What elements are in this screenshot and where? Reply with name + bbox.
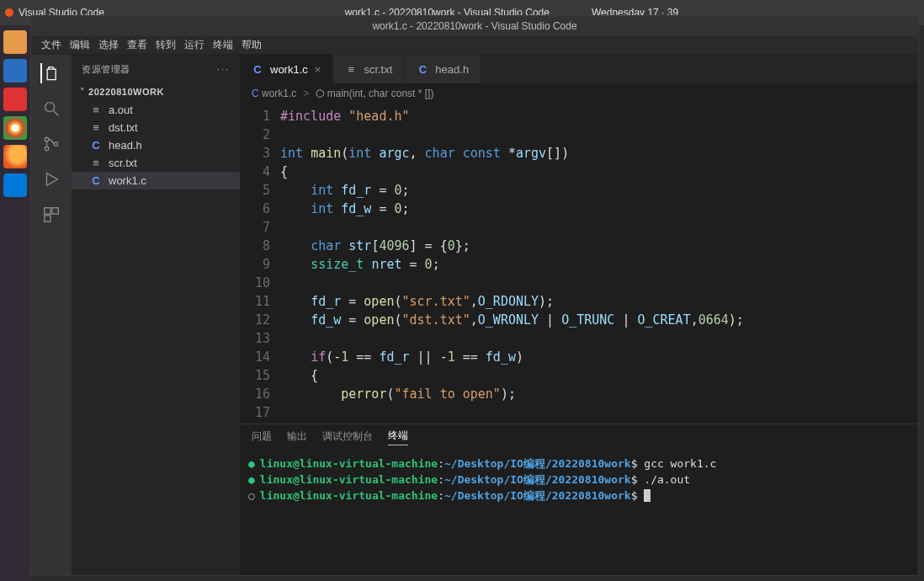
vscode-window: work1.c - 20220810work - Visual Studio C…: [30, 15, 919, 576]
editor-area: Cwork1.c×≡scr.txtChead.h C work1.c>⬡ mai…: [240, 55, 918, 575]
explorer-sidebar: 资源管理器 ··· 20220810WORK ≡a.out≡dst.txtChe…: [72, 55, 240, 575]
breadcrumb-part[interactable]: C work1.c: [252, 88, 296, 99]
terminal-line: ●linux@linux-virtual-machine:~/Desktop/I…: [248, 456, 910, 472]
chevron-right-icon: >: [301, 88, 311, 99]
tab-file-icon: C: [252, 63, 263, 76]
editor-tab[interactable]: Cwork1.c×: [240, 55, 333, 83]
breadcrumb[interactable]: C work1.c>⬡ main(int, char const * []): [240, 83, 918, 104]
tab-label: work1.c: [270, 63, 308, 76]
file-icon: ≡: [90, 157, 102, 169]
file-name: work1.c: [109, 174, 146, 187]
tab-file-icon: ≡: [345, 63, 357, 76]
dock-files-icon[interactable]: [3, 30, 27, 54]
panel-tab[interactable]: 调试控制台: [322, 429, 373, 444]
svg-rect-5: [45, 208, 50, 214]
code-body[interactable]: #include "head.h" int main(int argc, cha…: [280, 104, 744, 424]
svg-rect-6: [52, 208, 58, 214]
vscode-menubar[interactable]: 文件编辑选择查看转到运行终端帮助: [31, 36, 918, 55]
file-icon: ≡: [90, 121, 102, 134]
svg-point-3: [45, 147, 49, 151]
desktop-frame: Visual Studio Code work1.c - 20220810wor…: [0, 0, 924, 581]
panel-tab[interactable]: 问题: [252, 429, 272, 444]
menu-item[interactable]: 帮助: [238, 38, 265, 52]
terminal-line: ○linux@linux-virtual-machine:~/Desktop/I…: [248, 488, 910, 504]
file-item[interactable]: Cwork1.c: [72, 172, 240, 189]
dock-app-icon[interactable]: [3, 59, 27, 83]
file-icon: C: [90, 139, 102, 152]
breadcrumb-part[interactable]: ⬡ main(int, char const * []): [316, 88, 433, 99]
file-list: ≡a.out≡dst.txtChead.h≡scr.txtCwork1.c: [72, 101, 240, 189]
dock-app-icon[interactable]: [3, 88, 27, 111]
vscode-titlebar[interactable]: work1.c - 20220810work - Visual Studio C…: [31, 16, 918, 36]
explorer-icon[interactable]: [40, 63, 61, 83]
extensions-icon[interactable]: [41, 205, 61, 225]
svg-point-0: [45, 103, 55, 112]
menu-item[interactable]: 转到: [152, 38, 179, 52]
editor-tabs[interactable]: Cwork1.c×≡scr.txtChead.h: [240, 55, 918, 83]
editor-tab[interactable]: ≡scr.txt: [333, 55, 405, 83]
code-editor[interactable]: 1234567891011121314151617 #include "head…: [240, 104, 918, 424]
editor-tab[interactable]: Chead.h: [405, 55, 481, 83]
line-gutter: 1234567891011121314151617: [240, 104, 280, 424]
file-item[interactable]: Chead.h: [72, 136, 240, 154]
svg-rect-7: [45, 216, 50, 221]
search-icon[interactable]: [41, 99, 61, 119]
vscode-titlebar-text: work1.c - 20220810work - Visual Studio C…: [372, 20, 576, 32]
terminal-cursor: [644, 489, 651, 502]
panel-tab[interactable]: 终端: [388, 429, 408, 445]
file-item[interactable]: ≡a.out: [72, 101, 240, 119]
panel-tabs[interactable]: 问题输出调试控制台终端: [240, 424, 918, 449]
dock-vscode-icon[interactable]: [3, 173, 27, 197]
ubuntu-dock[interactable]: [0, 25, 30, 581]
tab-label: scr.txt: [364, 63, 392, 76]
menu-item[interactable]: 运行: [181, 38, 208, 52]
close-icon[interactable]: ×: [315, 63, 321, 76]
file-name: head.h: [109, 139, 142, 152]
file-name: a.out: [109, 104, 133, 116]
file-name: scr.txt: [109, 157, 137, 169]
run-debug-icon[interactable]: [41, 169, 61, 189]
file-name: dst.txt: [109, 121, 138, 134]
sidebar-title: 资源管理器: [82, 63, 130, 76]
file-icon: C: [90, 174, 102, 187]
menu-item[interactable]: 编辑: [66, 38, 93, 52]
terminal-panel[interactable]: ●linux@linux-virtual-machine:~/Desktop/I…: [240, 449, 918, 575]
file-icon: ≡: [90, 104, 102, 116]
svg-line-1: [54, 111, 59, 116]
terminal-line: ●linux@linux-virtual-machine:~/Desktop/I…: [248, 472, 910, 488]
menu-item[interactable]: 查看: [124, 38, 151, 52]
activity-bar[interactable]: [31, 55, 72, 575]
menu-item[interactable]: 终端: [210, 38, 236, 52]
tab-file-icon: C: [417, 63, 428, 76]
dock-firefox-icon[interactable]: [3, 145, 27, 168]
more-icon[interactable]: ···: [217, 64, 230, 74]
sidebar-header: 资源管理器 ···: [72, 55, 240, 83]
dock-chrome-icon[interactable]: [3, 116, 27, 140]
svg-point-2: [45, 137, 49, 141]
folder-header[interactable]: 20220810WORK: [72, 83, 240, 101]
file-item[interactable]: ≡dst.txt: [72, 119, 240, 136]
menu-item[interactable]: 选择: [95, 38, 122, 52]
tab-label: head.h: [435, 63, 469, 76]
file-item[interactable]: ≡scr.txt: [72, 154, 240, 172]
menu-item[interactable]: 文件: [38, 38, 65, 52]
source-control-icon[interactable]: [41, 134, 61, 154]
svg-point-4: [54, 142, 58, 147]
panel-tab[interactable]: 输出: [287, 429, 307, 444]
vscode-body: 资源管理器 ··· 20220810WORK ≡a.out≡dst.txtChe…: [31, 55, 918, 575]
